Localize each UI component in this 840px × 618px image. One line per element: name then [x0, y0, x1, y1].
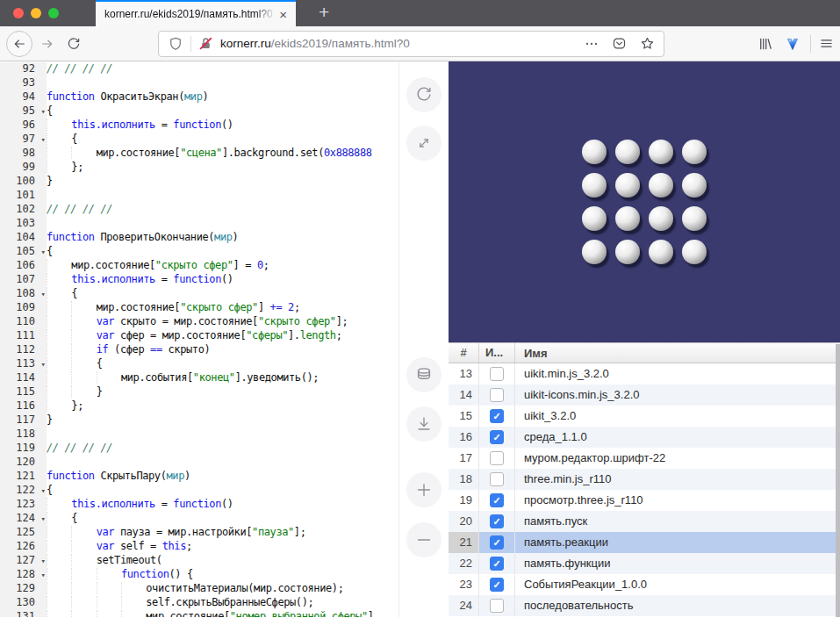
sphere[interactable] [615, 240, 640, 264]
sphere[interactable] [649, 173, 673, 198]
fold-arrow-icon[interactable]: ▾ [41, 104, 46, 119]
browser-tab[interactable]: kornerr.ru/ekids2019/память.html?0 × [96, 0, 296, 26]
sphere[interactable] [649, 206, 673, 231]
page-actions-button[interactable] [585, 37, 599, 51]
minus-button[interactable] [406, 522, 442, 557]
save-to-pocket-button[interactable] [612, 36, 627, 51]
bookmark-button[interactable] [640, 36, 655, 51]
sphere[interactable] [682, 140, 707, 164]
code-line[interactable]: }; [47, 399, 398, 413]
table-row[interactable]: 18three.min.js_r110 [449, 469, 840, 490]
new-tab-button[interactable]: + [308, 0, 340, 26]
checkbox-checked[interactable]: ✓ [490, 409, 504, 423]
checkbox-unchecked[interactable] [490, 451, 504, 465]
table-row[interactable]: 16✓среда_1.1.0 [449, 427, 840, 448]
code-line[interactable]: мир.состояние["номер выбранной сферы"] [47, 610, 398, 617]
url-bar[interactable]: kornerr.ru/ekids2019/память.html?0 [158, 31, 664, 57]
checkbox-checked[interactable]: ✓ [490, 430, 504, 444]
code-line[interactable]: var пауза = мир.настройки["пауза"]; [47, 526, 398, 540]
code-line[interactable]: мир.состояние["скрыто сфер"] = 0; [47, 259, 398, 273]
code-line[interactable]: } [47, 385, 398, 399]
code-line[interactable]: } [47, 175, 398, 189]
code-line[interactable]: мир.состояние["скрыто сфер"] += 2; [47, 301, 398, 315]
checkbox-checked[interactable]: ✓ [490, 514, 504, 528]
table-row[interactable]: 13uikit.min.js_3.2.0 [449, 363, 840, 384]
code-editor[interactable]: 92939495▾9697▾9899100101102103104105▾106… [0, 61, 399, 617]
checkbox-unchecked[interactable] [490, 472, 504, 486]
fold-arrow-icon[interactable]: ▾ [41, 512, 46, 526]
code-line[interactable]: this.исполнить = function() [47, 119, 398, 133]
sphere[interactable] [649, 240, 673, 264]
column-header-number[interactable]: # [449, 343, 479, 363]
editor-code[interactable]: // // // //function ОкраситьЭкран(мир){ … [47, 62, 398, 617]
fold-arrow-icon[interactable]: ▾ [41, 568, 46, 582]
checkbox-checked[interactable]: ✓ [490, 535, 504, 550]
table-row[interactable]: 14uikit-icons.min.js_3.2.0 [449, 384, 840, 406]
code-line[interactable]: var сфер = мир.состояние["сферы"].length… [47, 329, 398, 343]
code-line[interactable]: this.исполнить = function() [47, 498, 398, 512]
fold-arrow-icon[interactable]: ▾ [41, 484, 46, 498]
code-line[interactable] [47, 217, 398, 231]
code-line[interactable]: var скрыто = мир.состояние["скрыто сфер"… [47, 315, 398, 329]
code-line[interactable]: function ПроверитьОкончание(мир) [47, 231, 398, 245]
code-line[interactable]: // // // // [47, 62, 398, 76]
code-line[interactable]: // // // // [47, 203, 398, 217]
close-window-button[interactable] [13, 8, 24, 18]
table-row[interactable]: 17муром.редактор.шрифт-22 [449, 448, 840, 469]
tab-close-icon[interactable]: × [276, 6, 291, 23]
download-button[interactable] [406, 406, 442, 442]
sphere[interactable] [582, 240, 607, 264]
library-button[interactable] [757, 36, 773, 52]
checkbox-unchecked[interactable] [490, 367, 504, 381]
checkbox-checked[interactable]: ✓ [490, 557, 504, 571]
sphere[interactable] [582, 206, 607, 231]
column-header-name[interactable]: Имя [515, 347, 840, 360]
checkbox-checked[interactable]: ✓ [490, 578, 504, 592]
code-line[interactable]: } [47, 413, 398, 428]
code-line[interactable]: function() { [47, 568, 398, 582]
checkbox-checked[interactable]: ✓ [490, 493, 504, 507]
reload-button[interactable] [67, 37, 81, 51]
sphere[interactable] [682, 240, 707, 264]
sphere[interactable] [615, 140, 640, 164]
code-line[interactable]: setTimeout( [47, 554, 398, 568]
fold-arrow-icon[interactable]: ▾ [41, 357, 46, 371]
menu-button[interactable] [819, 36, 834, 51]
code-line[interactable]: function ОкраситьЭкран(мир) [47, 90, 398, 104]
3d-viewport[interactable] [449, 61, 840, 342]
code-line[interactable]: // // // // [47, 442, 398, 456]
code-line[interactable]: var self = this; [47, 540, 398, 554]
table-row[interactable]: 15✓uikit_3.2.0 [449, 406, 840, 427]
code-line[interactable]: self.скрытьВыбранныеСферы(); [47, 596, 398, 610]
code-line[interactable] [47, 428, 398, 442]
sphere[interactable] [682, 173, 707, 198]
zoom-window-button[interactable] [48, 8, 59, 18]
code-line[interactable]: function СкрытьПару(мир) [47, 470, 398, 484]
refresh-button[interactable] [406, 77, 442, 112]
extension-button[interactable] [785, 36, 801, 52]
code-line[interactable]: { [47, 287, 398, 301]
sphere[interactable] [682, 206, 707, 231]
code-line[interactable] [47, 456, 398, 470]
sphere[interactable] [582, 173, 607, 198]
table-row[interactable]: 22✓память.функции [449, 553, 840, 574]
fold-arrow-icon[interactable]: ▾ [41, 287, 46, 301]
code-line[interactable]: { [47, 133, 398, 147]
code-line[interactable] [47, 189, 398, 203]
code-line[interactable]: { [47, 104, 398, 119]
code-line[interactable] [47, 76, 398, 90]
code-line[interactable]: мир.события["конец"].уведомить(); [47, 371, 398, 385]
code-line[interactable]: this.исполнить = function() [47, 273, 398, 287]
sphere[interactable] [649, 140, 673, 164]
code-line[interactable]: { [47, 484, 398, 498]
sphere[interactable] [582, 140, 607, 164]
shield-icon[interactable] [168, 36, 183, 52]
code-line[interactable]: }; [47, 161, 398, 175]
table-scrollbar[interactable] [836, 344, 840, 617]
minimize-window-button[interactable] [31, 8, 41, 18]
sphere[interactable] [615, 173, 640, 198]
table-row[interactable]: 20✓память.пуск [449, 511, 840, 532]
forward-button[interactable] [40, 37, 54, 51]
fold-arrow-icon[interactable]: ▾ [41, 245, 46, 259]
plus-button[interactable] [406, 472, 442, 507]
